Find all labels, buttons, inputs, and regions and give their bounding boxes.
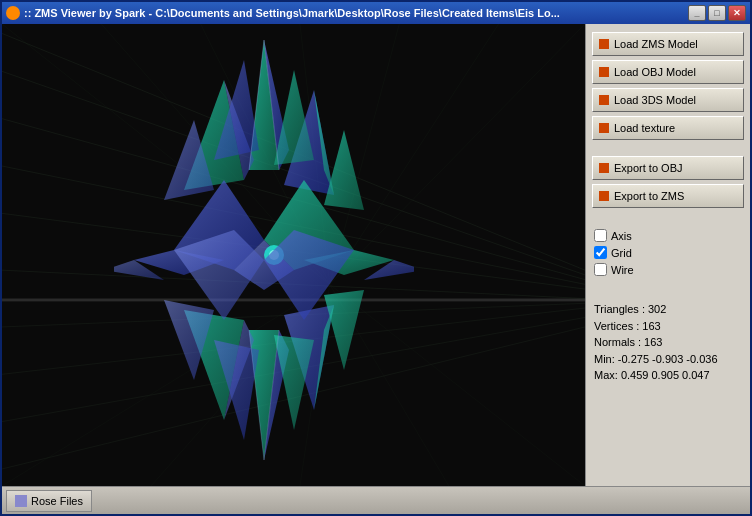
export-obj-button[interactable]: Export to OBJ (592, 156, 744, 180)
grid-row: Grid (594, 245, 742, 260)
wire-label[interactable]: Wire (611, 264, 634, 276)
triangles-stat: Triangles : 302 (594, 301, 742, 318)
taskbar-item-icon (15, 495, 27, 507)
titlebar-buttons: _ □ ✕ (688, 5, 746, 21)
normals-stat: Normals : 163 (594, 334, 742, 351)
main-content: Load ZMS Model Load OBJ Model Load 3DS M… (2, 24, 750, 486)
taskbar-item-label: Rose Files (31, 495, 83, 507)
maximize-button[interactable]: □ (708, 5, 726, 21)
taskbar: Rose Files (2, 486, 750, 514)
vertices-stat: Vertices : 163 (594, 318, 742, 335)
taskbar-item-rose-files[interactable]: Rose Files (6, 490, 92, 512)
spacer-3 (592, 285, 744, 293)
load-zms-icon (599, 39, 609, 49)
window-icon (6, 6, 20, 20)
export-obj-icon (599, 163, 609, 173)
minimize-button[interactable]: _ (688, 5, 706, 21)
svg-marker-49 (324, 290, 364, 370)
axis-label[interactable]: Axis (611, 230, 632, 242)
max-stat: Max: 0.459 0.905 0.047 (594, 367, 742, 384)
load-obj-button[interactable]: Load OBJ Model (592, 60, 744, 84)
load-obj-icon (599, 67, 609, 77)
close-button[interactable]: ✕ (728, 5, 746, 21)
display-options: Axis Grid Wire (592, 224, 744, 281)
window-title: :: ZMS Viewer by Spark - C:\Documents an… (24, 7, 688, 19)
export-zms-button[interactable]: Export to ZMS (592, 184, 744, 208)
min-stat: Min: -0.275 -0.903 -0.036 (594, 351, 742, 368)
right-panel: Load ZMS Model Load OBJ Model Load 3DS M… (585, 24, 750, 486)
load-3ds-button[interactable]: Load 3DS Model (592, 88, 744, 112)
3d-model (114, 30, 414, 480)
main-window: :: ZMS Viewer by Spark - C:\Documents an… (0, 0, 752, 516)
axis-row: Axis (594, 228, 742, 243)
wire-row: Wire (594, 262, 742, 277)
spacer-1 (592, 144, 744, 152)
spacer-2 (592, 212, 744, 220)
stats-section: Triangles : 302 Vertices : 163 Normals :… (592, 297, 744, 388)
wire-checkbox[interactable] (594, 263, 607, 276)
viewport (2, 24, 585, 486)
load-texture-icon (599, 123, 609, 133)
svg-marker-30 (324, 130, 364, 210)
grid-checkbox[interactable] (594, 246, 607, 259)
grid-label[interactable]: Grid (611, 247, 632, 259)
titlebar: :: ZMS Viewer by Spark - C:\Documents an… (2, 2, 750, 24)
load-3ds-icon (599, 95, 609, 105)
load-zms-button[interactable]: Load ZMS Model (592, 32, 744, 56)
load-texture-button[interactable]: Load texture (592, 116, 744, 140)
axis-checkbox[interactable] (594, 229, 607, 242)
export-zms-icon (599, 191, 609, 201)
